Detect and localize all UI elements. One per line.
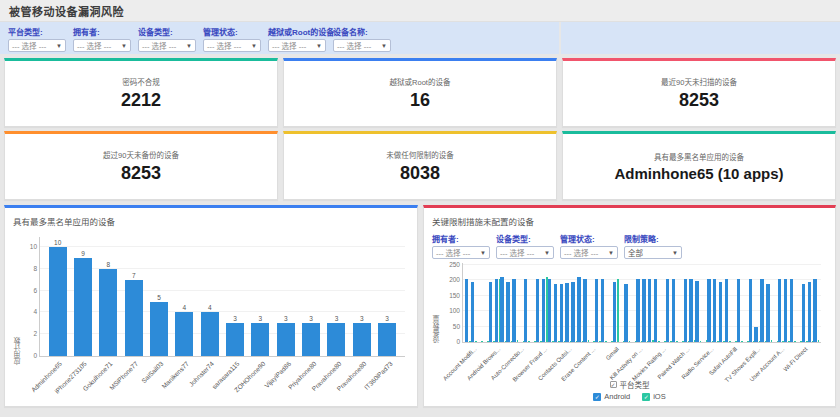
android-bar[interactable] <box>500 277 503 342</box>
panel-owner-select[interactable]: --- 选择 ---▼ <box>432 246 490 259</box>
stat-card-not-backed-up-90d: 超过90天未备份的设备 8253 <box>4 131 278 200</box>
jailbroken-rooted-select[interactable]: --- 选择 ---▼ <box>268 39 326 52</box>
android-bar[interactable] <box>813 279 816 342</box>
chevron-down-icon: ▼ <box>672 250 678 256</box>
android-bar[interactable] <box>749 279 752 342</box>
chart-plot-area: 050100150200250 <box>462 263 821 343</box>
page-title: 被管移动设备漏洞风险 <box>9 3 124 19</box>
bar[interactable] <box>302 323 320 356</box>
android-bar[interactable] <box>471 282 474 342</box>
restrictions-bar-chart: 设备数量 050100150200250 Account Modifi...An… <box>432 263 827 379</box>
bar[interactable] <box>125 280 143 356</box>
android-bar[interactable] <box>760 279 763 342</box>
android-bar[interactable] <box>737 279 740 342</box>
legend-android-checkbox[interactable]: ✓ <box>593 393 601 401</box>
android-bar[interactable] <box>642 279 645 342</box>
bar-value-label: 4 <box>208 304 212 311</box>
device-name-select[interactable]: --- 选择 ---▼ <box>333 39 391 52</box>
android-bar[interactable] <box>583 279 586 342</box>
restriction-policy-select[interactable]: 全部▼ <box>624 246 682 259</box>
platform-type-checkbox[interactable]: ✓ <box>610 381 617 388</box>
bar[interactable] <box>327 323 345 356</box>
panel-management-status-select[interactable]: --- 选择 ---▼ <box>560 246 618 259</box>
stat-card-most-blacklisted-apps: 具有最多黑名单应用的设备 Adminhone65 (10 apps) <box>562 131 836 200</box>
device-type-select[interactable]: --- 选择 ---▼ <box>138 39 196 52</box>
android-bar[interactable] <box>524 279 527 342</box>
android-bar[interactable] <box>601 279 604 342</box>
bar[interactable] <box>175 312 193 356</box>
bar-value-label: 8 <box>107 261 111 268</box>
y-tick-label: 50 <box>443 323 460 330</box>
bar[interactable] <box>378 323 396 356</box>
android-bar[interactable] <box>506 282 509 342</box>
android-bar[interactable] <box>512 279 515 342</box>
bar[interactable] <box>99 269 117 356</box>
owner-select[interactable]: --- 选择 ---▼ <box>73 39 131 52</box>
ios-bar[interactable] <box>617 279 619 342</box>
android-bar[interactable] <box>536 279 539 342</box>
android-bar[interactable] <box>707 279 710 342</box>
android-bar[interactable] <box>565 283 568 342</box>
android-bar[interactable] <box>725 279 728 342</box>
bar[interactable] <box>353 323 371 356</box>
filter-label: 越狱或Root的设备: <box>268 26 326 37</box>
chevron-down-icon: ▼ <box>121 43 127 49</box>
stat-card-value: 2212 <box>121 90 161 111</box>
android-bar[interactable] <box>654 279 657 342</box>
android-bar[interactable] <box>571 282 574 342</box>
android-bar[interactable] <box>465 279 468 342</box>
charts-row: 具有最多黑名单应用的设备 应用计数 0246810109875443333333… <box>0 200 840 411</box>
panel-device-type-select[interactable]: --- 选择 ---▼ <box>496 246 554 259</box>
management-status-select[interactable]: --- 选择 ---▼ <box>203 39 261 52</box>
android-bar[interactable] <box>672 279 675 342</box>
select-value: --- 选择 --- <box>500 247 534 258</box>
android-bar[interactable] <box>495 279 498 342</box>
android-bar[interactable] <box>790 279 793 342</box>
android-bar[interactable] <box>808 282 811 342</box>
stat-card-jailbroken-rooted: 越狱或Root的设备 16 <box>283 58 557 127</box>
android-bar[interactable] <box>666 279 669 342</box>
android-bar[interactable] <box>613 282 616 342</box>
android-bar[interactable] <box>560 284 563 342</box>
filter-restriction-policy: 限制策略: 全部▼ <box>624 233 682 259</box>
ios-bar[interactable] <box>818 340 820 343</box>
android-bar[interactable] <box>689 279 692 342</box>
android-bar[interactable] <box>648 279 651 342</box>
bar[interactable] <box>277 323 295 356</box>
bar-value-label: 3 <box>309 315 313 322</box>
select-value: --- 选择 --- <box>142 40 176 51</box>
filter-owner: 拥有者: --- 选择 ---▼ <box>73 26 131 50</box>
android-bar[interactable] <box>766 284 769 343</box>
legend-ios-checkbox[interactable]: ✓ <box>642 393 650 401</box>
select-value: --- 选择 --- <box>12 40 46 51</box>
y-tick-label: 200 <box>443 276 460 283</box>
android-bar[interactable] <box>784 279 787 342</box>
stat-card-label: 最近90天未扫描的设备 <box>661 76 737 87</box>
chart-plot-area: 0246810109875443333333 <box>39 237 405 357</box>
android-bar[interactable] <box>684 279 687 342</box>
android-bar[interactable] <box>754 327 757 342</box>
bar[interactable] <box>150 302 168 357</box>
select-value: --- 选择 --- <box>272 40 306 51</box>
android-bar[interactable] <box>542 279 545 342</box>
stat-card-label: 密码不合规 <box>122 76 160 87</box>
android-bar[interactable] <box>548 279 551 342</box>
bar[interactable] <box>226 323 244 356</box>
android-bar[interactable] <box>636 279 639 342</box>
android-bar[interactable] <box>577 277 580 342</box>
bar[interactable] <box>201 312 219 356</box>
android-bar[interactable] <box>802 284 805 343</box>
bar[interactable] <box>49 247 67 356</box>
android-bar[interactable] <box>778 279 781 342</box>
platform-type-select[interactable]: --- 选择 ---▼ <box>8 39 66 52</box>
android-bar[interactable] <box>624 284 627 343</box>
android-bar[interactable] <box>719 282 722 342</box>
android-bar[interactable] <box>489 282 492 342</box>
bar[interactable] <box>251 323 269 356</box>
bar[interactable] <box>74 258 92 356</box>
android-bar[interactable] <box>695 281 698 343</box>
android-bar[interactable] <box>713 279 716 342</box>
android-bar[interactable] <box>554 284 557 343</box>
android-bar[interactable] <box>595 279 598 342</box>
bar-value-label: 3 <box>360 315 364 322</box>
